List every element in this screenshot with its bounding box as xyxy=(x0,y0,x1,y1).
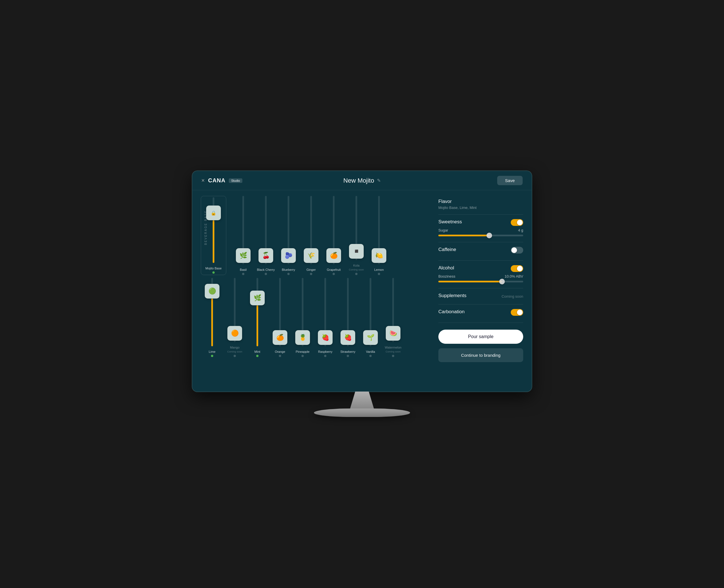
sweetness-toggle[interactable] xyxy=(511,219,523,226)
slider-handle[interactable]: 🌱 xyxy=(363,330,378,345)
sugar-value: 4 g xyxy=(518,228,523,232)
alcohol-toggle[interactable] xyxy=(511,265,523,272)
ingredient-dot xyxy=(369,355,372,357)
right-panel: Flavor Mojito Base, Lime, Mint Sweetness… xyxy=(438,196,523,362)
ingredient-name: Black Cherry xyxy=(257,268,275,272)
alcohol-label: Alcohol xyxy=(438,265,454,271)
monitor-stand-neck xyxy=(345,392,379,408)
monitor-screen: × CANA Studio New Mojito ✎ Save BEVERAGE… xyxy=(192,171,532,392)
continue-branding-button[interactable]: Continue to branding xyxy=(438,348,523,362)
caffeine-toggle-knob xyxy=(511,247,517,253)
flavor-title: Flavor xyxy=(438,199,523,204)
slider-track[interactable]: 🍊 xyxy=(333,196,335,264)
sliders-area: BEVERAGE BASE 🔒Mojito Base🌿Basil🍒Black C… xyxy=(201,196,433,362)
slider-handle[interactable]: 🍊 xyxy=(326,248,341,263)
ingredient-name: Pineapple xyxy=(296,350,310,354)
ingredient-name: KolaComing soon xyxy=(349,264,364,272)
ingredient-dot xyxy=(279,355,281,357)
slider-handle[interactable]: 🟠 xyxy=(227,326,242,341)
slider-track[interactable]: 🌾 xyxy=(310,196,312,264)
bottom-sliders-row: 🟢Lime🟠MangoComing soon🌿Mint🍊Orange🍍Pinea… xyxy=(201,278,433,357)
supplements-coming-soon: Coming soon xyxy=(501,294,523,298)
sugar-knob[interactable] xyxy=(487,233,492,238)
slider-handle[interactable]: 🍓 xyxy=(340,330,355,345)
sweetness-section: Sweetness Sugar 4 g xyxy=(438,219,523,242)
close-button[interactable]: × xyxy=(201,177,205,184)
ingredient-dot xyxy=(333,273,335,275)
slider-track[interactable]: 🍒 xyxy=(265,196,267,264)
slider-track[interactable]: 🟢 xyxy=(211,278,213,346)
booziness-knob[interactable] xyxy=(499,279,505,285)
slider-handle[interactable]: 🟢 xyxy=(205,284,220,298)
header: × CANA Studio New Mojito ✎ Save xyxy=(192,171,532,190)
edit-icon[interactable]: ✎ xyxy=(377,178,381,183)
slider-col-kola: ◾KolaComing soon xyxy=(345,196,368,275)
carbonation-toggle[interactable] xyxy=(511,309,523,316)
alcohol-section: Alcohol Booziness 10.0% ABV xyxy=(438,265,523,288)
slider-handle[interactable]: 🌾 xyxy=(304,248,318,263)
slider-col-strawberry: 🍓Strawberry xyxy=(336,278,359,357)
recipe-title: New Mojito xyxy=(343,177,374,184)
slider-handle[interactable]: 🍊 xyxy=(273,330,287,345)
slider-col-lime: 🟢Lime xyxy=(201,278,223,357)
slider-track[interactable]: 🌿 xyxy=(256,278,258,346)
slider-track[interactable]: 🌿 xyxy=(242,196,244,264)
main-content: BEVERAGE BASE 🔒Mojito Base🌿Basil🍒Black C… xyxy=(192,190,532,368)
slider-handle[interactable]: 🍒 xyxy=(258,248,273,263)
slider-track[interactable]: 🍓 xyxy=(324,278,326,346)
ingredient-dot xyxy=(234,355,236,357)
carbonation-section: Carbonation xyxy=(438,309,523,323)
slider-track[interactable]: 🌱 xyxy=(370,278,371,346)
ingredient-dot xyxy=(265,273,267,275)
slider-handle[interactable]: 🍍 xyxy=(295,330,310,345)
flavor-section: Flavor Mojito Base, Lime, Mint xyxy=(438,199,523,214)
supplements-section: Supplements Coming soon xyxy=(438,293,523,304)
carbonation-row: Carbonation xyxy=(438,309,523,316)
slider-track[interactable]: 🍍 xyxy=(302,278,304,346)
slider-track[interactable]: 🍉 xyxy=(392,278,394,342)
slider-handle[interactable]: 🍉 xyxy=(386,326,400,341)
slider-handle[interactable]: 🌿 xyxy=(236,248,251,263)
slider-handle[interactable]: 🫐 xyxy=(281,248,296,263)
slider-track[interactable]: 🍊 xyxy=(279,278,281,346)
slider-handle[interactable]: 🌿 xyxy=(250,291,265,305)
ingredient-dot xyxy=(287,273,290,275)
slider-handle[interactable]: 🍓 xyxy=(318,330,333,345)
studio-badge: Studio xyxy=(229,178,242,183)
slider-handle[interactable]: ◾ xyxy=(349,244,364,259)
slider-track[interactable]: 🟠 xyxy=(234,278,235,342)
booziness-slider[interactable] xyxy=(438,281,523,282)
slider-track[interactable]: 🍋 xyxy=(378,196,380,264)
slider-col-pineapple: 🍍Pineapple xyxy=(291,278,314,357)
slider-track[interactable]: 🫐 xyxy=(288,196,289,264)
slider-handle[interactable]: 🔒 xyxy=(206,206,221,220)
ingredient-dot xyxy=(378,273,380,275)
save-button[interactable]: Save xyxy=(497,176,523,185)
pour-sample-button[interactable]: Pour sample xyxy=(438,330,523,344)
ingredient-name: Basil xyxy=(240,268,247,272)
slider-col-mint: 🌿Mint xyxy=(246,278,269,357)
alcohol-toggle-knob xyxy=(517,266,523,271)
sugar-fill xyxy=(438,235,489,236)
ingredient-name: Mint xyxy=(254,350,261,354)
flavor-description: Mojito Base, Lime, Mint xyxy=(438,206,523,210)
caffeine-row: Caffeine xyxy=(438,247,523,254)
slider-track[interactable]: 🍓 xyxy=(347,278,349,346)
ingredient-name: Lemon xyxy=(374,268,384,272)
sugar-slider[interactable] xyxy=(438,235,523,236)
ingredient-dot xyxy=(302,355,304,357)
ingredient-name: WatermelonComing soon xyxy=(385,345,401,354)
ingredient-name: Grapefruit xyxy=(327,268,341,272)
slider-track[interactable]: 🔒 xyxy=(213,197,214,263)
slider-handle[interactable]: 🍋 xyxy=(372,248,386,263)
caffeine-toggle[interactable] xyxy=(511,247,523,254)
ingredient-dot xyxy=(211,355,213,357)
ingredient-dot xyxy=(310,273,312,275)
sweetness-toggle-knob xyxy=(517,219,523,225)
slider-col-orange: 🍊Orange xyxy=(269,278,291,357)
alcohol-row: Alcohol xyxy=(438,265,523,272)
ingredient-name: Vanilla xyxy=(366,350,375,354)
slider-track[interactable]: ◾ xyxy=(355,196,357,260)
ingredient-name: Strawberry xyxy=(340,350,355,354)
booziness-value: 10.0% ABV xyxy=(504,274,523,278)
